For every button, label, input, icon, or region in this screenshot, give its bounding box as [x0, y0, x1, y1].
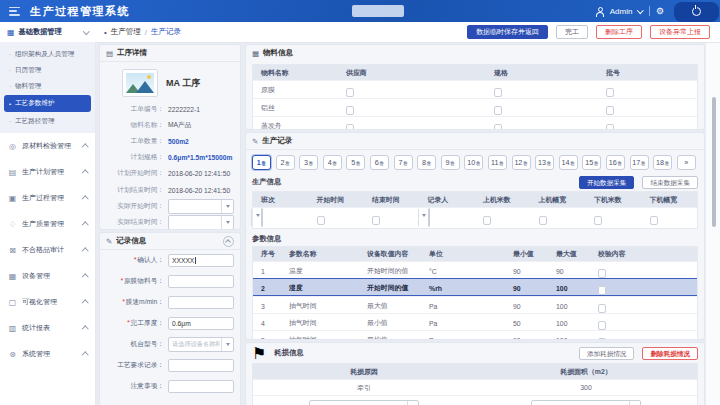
- shift-select[interactable]: 白班: [261, 208, 263, 227]
- start-data-collect-button[interactable]: 开始数据采集: [579, 176, 635, 189]
- notes-input[interactable]: [168, 380, 234, 393]
- on-machine-meters-input[interactable]: [483, 216, 491, 225]
- batch-no-input[interactable]: [606, 106, 614, 115]
- tab-roll-13[interactable]: 13卷: [535, 155, 554, 170]
- sidebar-item-process-route[interactable]: 工艺路径管理: [0, 113, 95, 129]
- sidebar-group-production-quality[interactable]: ♢ 生产质量管理: [0, 211, 95, 237]
- tab-roll-18[interactable]: 18卷: [653, 155, 672, 170]
- scrollbar-thumb[interactable]: [712, 97, 716, 227]
- panel-title: 记录信息: [116, 236, 146, 246]
- actual-start-time-select[interactable]: [168, 199, 234, 214]
- table-row-selected[interactable]: 2 湿度 开始时间的值 %rh 90 100: [253, 278, 697, 296]
- tab-roll-9[interactable]: 9卷: [441, 155, 460, 170]
- collapse-icon[interactable]: [223, 236, 234, 247]
- material-info-panel: ▦ 物料信息 物料名称 供应商 规格 批号 原膜 铝丝: [245, 44, 705, 130]
- machine-model-select[interactable]: 请选择设备名称和编号: [168, 337, 234, 352]
- save-temp-return-button[interactable]: 数据临时保存并返回: [467, 25, 548, 39]
- spec-input[interactable]: [494, 106, 502, 115]
- confirmer-input[interactable]: XXXXX: [168, 254, 234, 267]
- check-value-input[interactable]: [598, 321, 606, 330]
- supplier-input[interactable]: [346, 106, 354, 115]
- production-record-panel: ✎ 生产记录 1卷 2卷 3卷 4卷 5卷 6卷 7卷 8卷 9卷 10卷 11…: [245, 132, 705, 340]
- delete-process-button[interactable]: 删除工序: [596, 25, 642, 39]
- end-data-collect-button[interactable]: 结束数据采集: [642, 176, 698, 189]
- tab-roll-17[interactable]: 17卷: [630, 155, 649, 170]
- tab-roll-2[interactable]: 2卷: [276, 155, 295, 170]
- sidebar-group-raw-material-inspection[interactable]: ◎ 原材料检验管理: [0, 133, 95, 159]
- loss-reason-select[interactable]: [309, 400, 419, 405]
- chevron-up-icon: [82, 170, 88, 176]
- sidebar-group-nonconforming-audit[interactable]: ⊠ 不合格品审计: [0, 237, 95, 263]
- sidebar-group-production-process[interactable]: ▣ 生产过程管理: [0, 185, 95, 211]
- loss-table: 耗损原因 耗损面积（m2） 牵引 300: [252, 363, 698, 405]
- sidebar-item-material[interactable]: 物料管理: [0, 78, 95, 94]
- add-loss-button[interactable]: 添加耗损情况: [579, 347, 635, 360]
- report-device-fault-button[interactable]: 设备异常上报: [650, 25, 710, 39]
- menu-icon[interactable]: [9, 7, 20, 16]
- tab-roll-14[interactable]: 14卷: [559, 155, 578, 170]
- table-row: [253, 395, 697, 405]
- process-image[interactable]: [122, 69, 158, 97]
- tab-roll-16[interactable]: 16卷: [606, 155, 625, 170]
- breadcrumb-page[interactable]: 生产记录: [151, 27, 181, 37]
- user-name[interactable]: Admin: [610, 7, 633, 16]
- badge-icon: ◎: [8, 142, 17, 151]
- check-value-input[interactable]: [598, 269, 606, 278]
- tab-roll-4[interactable]: 4卷: [323, 155, 342, 170]
- sidebar-item-org[interactable]: 组织架构及人员管理: [0, 46, 95, 62]
- on-machine-width-input[interactable]: [539, 216, 547, 225]
- supplier-input[interactable]: [346, 88, 354, 97]
- power-button[interactable]: [674, 2, 719, 22]
- panel-title: 物料信息: [263, 48, 293, 58]
- spec-input[interactable]: [494, 88, 502, 97]
- base-film-no-input[interactable]: [168, 275, 234, 288]
- sidebar: ▦ 基础数据管理 组织架构及人员管理 日历管理 物料管理 工艺参数维护 工艺路径…: [0, 22, 96, 405]
- tabs-more-button[interactable]: »: [677, 155, 696, 170]
- process-requirement-input[interactable]: [168, 359, 234, 372]
- sidebar-group-basic-data[interactable]: ▦ 基础数据管理: [0, 22, 95, 43]
- tab-roll-6[interactable]: 6卷: [370, 155, 389, 170]
- start-time-input[interactable]: [317, 216, 325, 225]
- loss-area-select[interactable]: [531, 400, 641, 405]
- sidebar-group-reports[interactable]: ▥ 统计报表: [0, 315, 95, 341]
- finish-thickness-input[interactable]: 0.6μm: [168, 317, 234, 330]
- top-header: 生产过程管理系统 Admin ⚙: [0, 0, 720, 22]
- tab-roll-15[interactable]: 15卷: [582, 155, 601, 170]
- tab-roll-8[interactable]: 8卷: [417, 155, 436, 170]
- spec-input[interactable]: [494, 124, 502, 130]
- table-row: 铝丝: [253, 98, 697, 116]
- tab-roll-12[interactable]: 12卷: [512, 155, 531, 170]
- breadcrumb-section[interactable]: 生产管理: [111, 27, 141, 37]
- batch-no-input[interactable]: [606, 124, 614, 130]
- tab-roll-7[interactable]: 7卷: [394, 155, 413, 170]
- tab-roll-3[interactable]: 3卷: [299, 155, 318, 170]
- bar-chart-icon: ▥: [8, 324, 17, 333]
- sidebar-group-equipment[interactable]: ▦ 设备管理: [0, 263, 95, 289]
- tab-roll-5[interactable]: 5卷: [346, 155, 365, 170]
- delete-loss-button[interactable]: 删除耗损情况: [642, 347, 698, 360]
- check-value-input[interactable]: [598, 286, 606, 295]
- supplier-input[interactable]: [346, 124, 354, 130]
- sidebar-item-process-params[interactable]: 工艺参数维护: [4, 95, 91, 112]
- finish-button[interactable]: 完工: [556, 25, 588, 39]
- check-value-input[interactable]: [598, 338, 606, 340]
- tab-roll-1[interactable]: 1卷: [252, 155, 271, 170]
- tab-roll-10[interactable]: 10卷: [464, 155, 483, 170]
- check-value-input[interactable]: [598, 304, 606, 313]
- parameter-table: 序号 参数名称 设备取值内容 单位 最小值 最大值 校验内容 1 温度 开始时间…: [252, 246, 698, 340]
- sidebar-item-calendar[interactable]: 日历管理: [0, 62, 95, 78]
- batch-no-input[interactable]: [606, 88, 614, 97]
- chevron-down-icon[interactable]: [637, 7, 643, 13]
- tab-roll-11[interactable]: 11卷: [488, 155, 507, 170]
- sidebar-group-visualization[interactable]: ▢ 可视化管理: [0, 289, 95, 315]
- off-machine-meters-input[interactable]: [594, 216, 602, 225]
- sidebar-group-production-plan[interactable]: ▤ 生产计划管理: [0, 159, 95, 185]
- actual-end-time-select[interactable]: [168, 215, 234, 230]
- sidebar-group-system[interactable]: ⊛ 系统管理: [0, 341, 95, 367]
- recorder-select[interactable]: 张三: [428, 208, 430, 227]
- off-machine-width-input[interactable]: [650, 216, 658, 225]
- film-speed-input[interactable]: [168, 296, 234, 309]
- table-row: 5 抽气时间 平均值 Pa 90 100: [253, 330, 697, 340]
- end-time-input[interactable]: [372, 216, 380, 225]
- gear-icon[interactable]: ⚙: [656, 7, 664, 16]
